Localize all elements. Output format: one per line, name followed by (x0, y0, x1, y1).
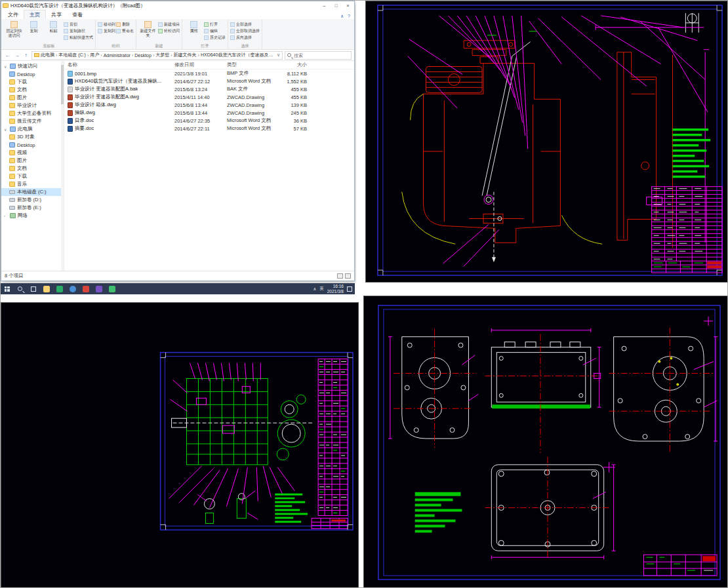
edit-button[interactable]: 编辑 (204, 28, 226, 34)
sidebar-item-downloads[interactable]: 下载 (1, 78, 64, 86)
paste-button[interactable]: 粘贴 (44, 20, 63, 43)
crumb-folder-1[interactable]: 大梦想 (155, 52, 169, 58)
drive-icon (9, 190, 15, 194)
tab-home[interactable]: 主页 (24, 10, 46, 19)
file-row[interactable]: 目录.doc2014/6/27 22:35Microsoft Word 文档36… (64, 117, 354, 125)
sidebar-item-folder-2[interactable]: 大学生必备资料 (1, 109, 64, 117)
sidebar-group-quick-access[interactable]: ∨快速访问 (1, 62, 64, 70)
crumb-this-pc[interactable]: 此电脑 (41, 52, 54, 58)
task-view-button[interactable] (27, 283, 39, 294)
rename-button[interactable]: 重命名 (116, 28, 134, 34)
close-button[interactable]: × (343, 1, 353, 10)
start-button[interactable] (1, 283, 13, 294)
taskbar-app-music[interactable] (106, 283, 118, 294)
sidebar-scrollbar[interactable] (61, 61, 64, 271)
move-to-button[interactable]: 移动到 (98, 22, 115, 28)
sidebar-item-disk-d[interactable]: 新加卷 (D:) (1, 196, 64, 204)
taskbar-app-cad[interactable] (92, 283, 105, 294)
taskbar-app-browser[interactable] (66, 283, 79, 294)
column-date[interactable]: 修改日期 (174, 62, 227, 68)
crumb-users[interactable]: 用户 (90, 52, 99, 58)
sidebar-item-videos[interactable]: 视频 (1, 149, 64, 157)
taskbar-app-wechat[interactable] (53, 283, 66, 294)
sidebar-item-folder-1[interactable]: 毕业设计 (1, 102, 64, 109)
sidebar-item-documents[interactable]: 文档 (1, 86, 64, 94)
crumb-folder-2[interactable]: 新建文件夹 (174, 52, 197, 58)
crumb-administrator[interactable]: Administrator (104, 53, 131, 58)
scrollbar-thumb[interactable] (61, 65, 64, 104)
sidebar-group-this-pc[interactable]: ∨此电脑 (1, 125, 64, 133)
back-button[interactable]: ← (4, 52, 11, 58)
tray-chevron-icon[interactable]: ∧ (313, 286, 316, 292)
cad-viewport-transmission-assembly[interactable] (1, 302, 359, 588)
paste-shortcut-button[interactable]: 粘贴快捷方式 (64, 35, 93, 41)
taskbar-app-explorer[interactable] (40, 283, 52, 294)
new-item-button[interactable]: 新建项目 (158, 22, 180, 28)
sidebar-item-music[interactable]: 音乐 (1, 180, 64, 188)
address-dropdown-icon[interactable]: ∨ (277, 52, 280, 58)
taskbar-search-button[interactable] (14, 283, 26, 294)
taskbar-app-qq[interactable] (79, 283, 92, 294)
file-row[interactable]: HXD640载货汽车设计（变速器及操纵...2014/6/27 22:12Mic… (64, 77, 354, 85)
column-size[interactable]: 大小 (278, 62, 312, 68)
sidebar-item-pc-documents[interactable]: 文档 (1, 165, 64, 172)
sidebar-item-pc-downloads[interactable]: 下载 (1, 172, 64, 180)
tab-share[interactable]: 共享 (46, 10, 67, 19)
ime-indicator[interactable]: 英 (319, 286, 324, 292)
minimize-button[interactable]: – (319, 1, 329, 10)
copy-path-button[interactable]: 复制路径 (64, 28, 93, 34)
sidebar-item-disk-e[interactable]: 新加卷 (E:) (1, 204, 64, 212)
crumb-desktop[interactable]: Desktop (134, 53, 152, 58)
sidebar-item-pc-pictures[interactable]: 图片 (1, 157, 64, 165)
search-box[interactable] (285, 51, 352, 60)
file-row[interactable]: 毕业设计 箱体.dwg2015/6/8 13:44ZWCAD.Drawing13… (64, 101, 354, 109)
sidebar-group-network[interactable]: ›网络 (1, 212, 64, 220)
open-button[interactable]: 打开 (204, 22, 226, 28)
taskbar-clock[interactable]: 16:16 2021/3/8 (327, 284, 344, 294)
select-all-button[interactable]: 全部选择 (230, 22, 260, 28)
copy-button[interactable]: 复制 (24, 20, 43, 43)
help-icon[interactable]: ? (348, 14, 350, 19)
tab-file[interactable]: 文件 (3, 10, 24, 19)
ribbon-collapse-icon[interactable]: ∧ (340, 14, 344, 19)
cad-viewport-gearbox-housing[interactable] (363, 296, 728, 588)
column-name[interactable]: 名称 (64, 62, 174, 68)
sidebar-item-desktop[interactable]: Desktop (1, 70, 64, 78)
easy-access-button[interactable]: 轻松访问 (158, 28, 180, 34)
crumb-disk-c[interactable]: 本地磁盘 (C:) (58, 52, 86, 58)
pin-quick-access-button[interactable]: 固定到快速访问 (5, 20, 24, 43)
cut-icon (64, 22, 68, 27)
delete-button[interactable]: 删除 (116, 22, 134, 28)
notification-center-icon[interactable] (347, 286, 352, 292)
up-button[interactable]: ↑ (22, 52, 30, 58)
rename-icon (116, 29, 121, 33)
file-row[interactable]: 操纵.dwg2015/6/8 13:44ZWCAD.Drawing245 KB (64, 109, 354, 117)
copy-to-button[interactable]: 复制到 (98, 28, 115, 34)
tab-view[interactable]: 查看 (67, 10, 88, 19)
crumb-current[interactable]: HXD640载货汽车设计（变速器及操纵机构设计）（附cad图） (201, 52, 275, 58)
sidebar-item-pictures[interactable]: 图片 (1, 94, 64, 102)
list-view-icon[interactable] (337, 273, 343, 279)
properties-button[interactable]: 属性 (184, 20, 203, 43)
new-folder-button[interactable]: 新建文件夹 (138, 20, 157, 43)
sidebar-item-disk-c[interactable]: 本地磁盘 (C:) (1, 188, 64, 196)
file-row[interactable]: 摘要.doc2014/6/27 22:11Microsoft Word 文档57… (64, 125, 354, 132)
select-none-button[interactable]: 全部取消选择 (230, 28, 260, 34)
cut-button[interactable]: 剪切 (64, 22, 93, 28)
title-bar[interactable]: HXD640载货汽车设计（变速器及操纵机构设计）（附cad图） – □ × (1, 1, 354, 10)
breadcrumb[interactable]: 此电脑› 本地磁盘 (C:)› 用户› Administrator› Deskt… (31, 51, 283, 60)
sidebar-item-folder-3[interactable]: 微云传文件 (1, 117, 64, 125)
cad-viewport-shift-mechanism[interactable] (365, 1, 728, 283)
file-row[interactable]: 毕业设计 变速器装配图A.bak2015/6/8 13:24BAK 文件455 … (64, 85, 354, 93)
maximize-button[interactable]: □ (331, 1, 341, 10)
sidebar-item-pc-desktop[interactable]: Desktop (1, 141, 64, 149)
column-type[interactable]: 类型 (227, 62, 278, 68)
file-row[interactable]: 0001.bmp2021/3/8 19:01BMP 文件8,112 KB (64, 69, 354, 77)
history-button[interactable]: 历史记录 (204, 35, 226, 41)
file-row[interactable]: 毕业设计 变速器装配图A.dwg2015/4/11 14:40ZWCAD.Dra… (64, 93, 354, 101)
invert-selection-button[interactable]: 反向选择 (230, 35, 260, 41)
thumbnail-view-icon[interactable] (345, 273, 351, 279)
search-input[interactable] (293, 52, 349, 58)
sidebar-item-3d-objects[interactable]: 3D 对象 (1, 133, 64, 141)
forward-button[interactable]: → (13, 52, 20, 58)
